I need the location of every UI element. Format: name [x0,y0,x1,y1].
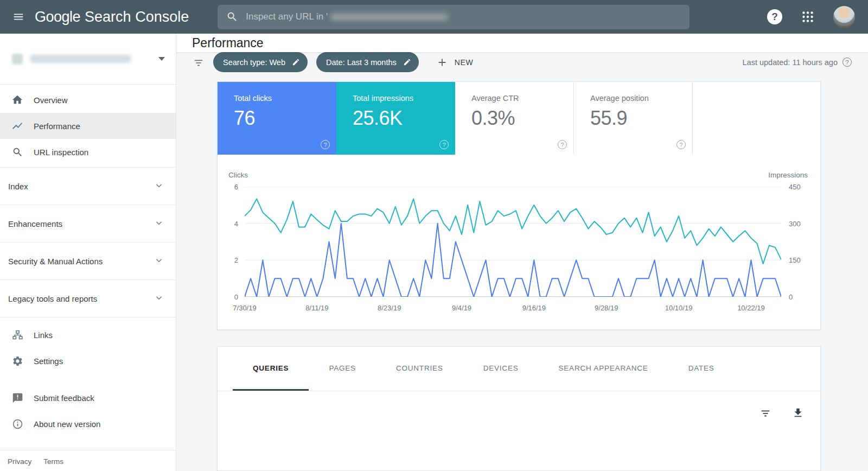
metric-total-clicks[interactable]: Total clicks 76 ? [218,82,336,155]
sidebar-item-label: About new version [34,419,100,429]
sidebar-footer: Privacy Terms [0,450,176,471]
google-apps-grid-icon[interactable] [801,10,815,24]
terms-link[interactable]: Terms [43,457,63,466]
new-filter-button[interactable]: NEW [436,56,473,68]
metric-label: Total impressions [353,94,455,103]
x-axis-tick: 10/10/19 [665,304,693,312]
sidebar-item-overview[interactable]: Overview [0,87,176,113]
logo-product-text: Search Console [85,9,189,26]
left-axis-tick: 6 [234,183,238,191]
url-inspection-input[interactable]: Inspect any URL in ' [218,5,690,29]
right-axis-tick: 0 [789,293,793,301]
sidebar-item-settings[interactable]: Settings [0,348,176,374]
right-axis-tick: 150 [789,256,801,264]
metric-total-impressions[interactable]: Total impressions 25.6K ? [336,82,455,155]
help-circle-icon[interactable]: ? [321,140,330,149]
filter-bar: Search type: Web Date: Last 3 months NEW… [176,52,868,72]
table-filter-icon[interactable] [760,407,771,419]
avatar[interactable] [833,6,855,28]
help-icon[interactable]: ? [767,9,782,24]
x-axis-tick: 10/22/19 [737,304,765,312]
sitemap-icon [11,328,24,341]
right-axis-title: Impressions [768,171,808,182]
sidebar-item-url-inspection[interactable]: URL inspection [0,139,176,165]
tab-search-appearance[interactable]: SEARCH APPEARANCE [539,347,668,391]
plus-icon [436,56,448,68]
metric-label: Average CTR [471,94,573,103]
sidebar-section-legacy-tools[interactable]: Legacy tools and reports [0,280,176,317]
filter-chip-date[interactable]: Date: Last 3 months [316,52,419,72]
x-axis-tick: 8/23/19 [378,304,401,312]
metric-average-position[interactable]: Average position 55.9 ? [574,82,693,155]
section-label: Enhancements [8,219,62,228]
help-circle-icon[interactable]: ? [558,140,567,149]
tab-dates[interactable]: DATES [668,347,735,391]
metric-value: 55.9 [590,107,692,130]
sidebar-section-index[interactable]: Index [0,168,176,205]
chart-plot-area[interactable] [245,187,781,297]
sidebar-item-label: Links [34,330,53,340]
help-circle-icon[interactable]: ? [439,140,449,149]
section-label: Index [8,182,28,191]
performance-chart-panel: Total clicks 76 ? Total impressions 25.6… [217,81,821,330]
metric-value: 76 [234,107,336,130]
sidebar: Overview Performance URL inspection Inde… [0,34,176,471]
sidebar-item-about-new-version[interactable]: About new version [0,411,176,437]
chevron-down-icon [154,293,164,304]
sidebar-item-links[interactable]: Links [0,322,176,348]
right-axis-ticks: 0150300450 [781,187,820,297]
page-header: Performance [176,34,868,52]
tab-queries[interactable]: QUERIES [233,347,309,391]
tab-pages[interactable]: PAGES [309,347,376,391]
sidebar-section-security-manual-actions[interactable]: Security & Manual Actions [0,243,176,280]
privacy-link[interactable]: Privacy [8,457,31,466]
metric-average-ctr[interactable]: Average CTR 0.3% ? [455,82,574,155]
x-axis-tick: 9/16/19 [522,304,546,312]
sidebar-section-enhancements[interactable]: Enhancements [0,205,176,243]
home-icon [11,93,24,106]
sidebar-item-submit-feedback[interactable]: Submit feedback [0,385,176,411]
help-circle-icon[interactable]: ? [676,140,686,149]
dimensions-table-panel: QUERIES PAGES COUNTRIES DEVICES SEARCH A… [217,346,821,471]
sidebar-item-label: Performance [34,122,80,131]
chevron-down-icon [154,181,164,192]
section-label: Legacy tools and reports [8,294,97,303]
tab-countries[interactable]: COUNTRIES [376,347,463,391]
filter-chip-search-type[interactable]: Search type: Web [213,52,308,72]
x-axis-labels: 7/30/198/11/198/23/199/4/199/16/199/28/1… [245,297,781,315]
info-icon [11,417,24,430]
sidebar-item-label: Overview [34,96,68,105]
top-app-bar: Google Search Console Inspect any URL in… [0,0,868,34]
metric-cards: Total clicks 76 ? Total impressions 25.6… [218,82,820,155]
series-line-impressions[interactable] [245,199,781,264]
help-circle-icon[interactable]: ? [843,58,852,67]
x-axis-tick: 7/30/19 [233,304,256,312]
section-label: Security & Manual Actions [8,257,103,266]
x-axis-tick: 9/4/19 [452,304,471,312]
sidebar-item-label: Submit feedback [34,393,94,403]
last-updated-text: Last updated: 11 hours ago [743,58,838,67]
right-axis-tick: 450 [789,183,801,191]
gear-icon [11,354,24,367]
left-axis-tick: 0 [234,293,238,301]
app-logo[interactable]: Google Search Console [35,9,189,26]
page-title: Performance [192,36,264,50]
dimension-tabs: QUERIES PAGES COUNTRIES DEVICES SEARCH A… [218,347,820,391]
hamburger-menu-icon[interactable] [8,6,29,28]
metric-filler [693,82,820,155]
property-name-blurred [30,55,131,63]
x-axis-tick: 9/28/19 [595,304,618,312]
time-series-chart[interactable]: Clicks Impressions 0246 0150300450 7/30/… [218,155,820,329]
left-axis-tick: 4 [234,219,238,227]
pencil-icon [292,58,300,66]
left-axis-ticks: 0246 [218,187,245,297]
chip-label: Date: Last 3 months [326,58,397,67]
filter-list-icon[interactable] [193,56,205,68]
download-icon[interactable] [792,407,804,419]
sidebar-item-performance[interactable]: Performance [0,113,176,139]
feedback-icon [11,391,24,404]
metric-value: 25.6K [353,107,455,130]
last-updated: Last updated: 11 hours ago ? [743,58,852,67]
property-selector[interactable] [0,34,176,85]
tab-devices[interactable]: DEVICES [463,347,539,391]
